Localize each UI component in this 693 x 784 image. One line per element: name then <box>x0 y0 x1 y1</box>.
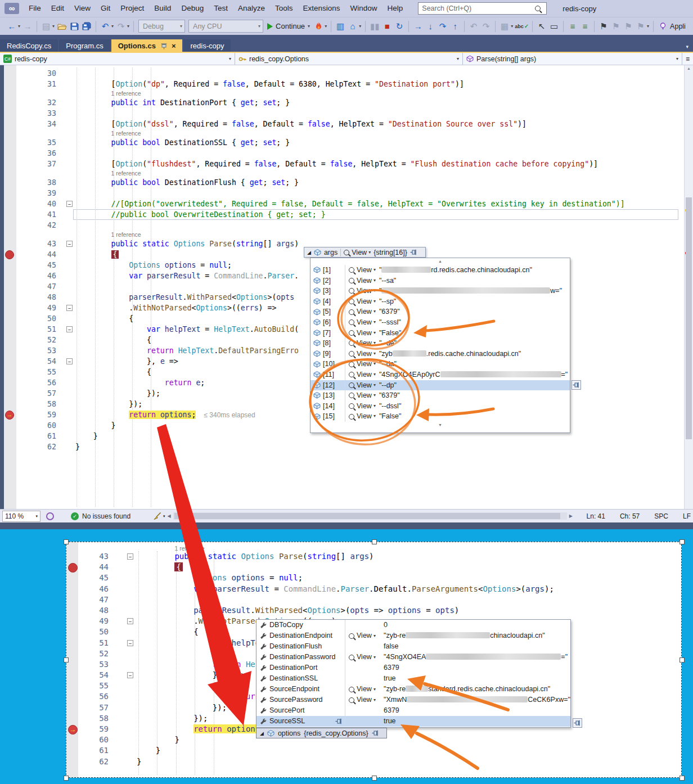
selection-handle[interactable] <box>64 657 69 663</box>
vertical-scrollbar[interactable]: ▲ <box>684 65 693 509</box>
chevron-down-icon[interactable]: ▾ <box>511 24 513 29</box>
codelens-references[interactable]: 1 reference <box>0 89 684 97</box>
solution-configurations-dropdown[interactable]: Debug▾ <box>138 20 185 33</box>
pin-row-icon[interactable] <box>572 380 581 390</box>
view-link[interactable]: View▾ <box>349 695 376 705</box>
view-link[interactable]: View▾ <box>349 630 376 641</box>
view-link[interactable]: View▾ <box>349 390 376 401</box>
step-over-icon[interactable]: ↷ <box>437 20 448 33</box>
current-statement-icon[interactable]: → <box>5 411 14 420</box>
expander-icon[interactable]: ◢ <box>307 250 311 255</box>
find-in-files-icon[interactable]: ▥ <box>335 20 346 33</box>
menu-git[interactable]: Git <box>96 0 115 17</box>
datatip-options-footer[interactable]: ◢ options {redis_copy.Options} <box>256 728 387 738</box>
split-window-icon[interactable]: ≡ <box>682 53 693 65</box>
current-statement-icon[interactable]: → <box>68 725 78 735</box>
codelens-references[interactable]: 1 reference <box>66 546 681 551</box>
menu-analyze[interactable]: Analyze <box>233 0 270 17</box>
fold-marker-icon[interactable]: − <box>127 640 133 646</box>
save-all-icon[interactable] <box>81 20 92 33</box>
args-row-4[interactable]: [4]View▾"--sp" <box>310 296 570 307</box>
new-project-icon[interactable]: ▤ <box>40 20 52 33</box>
args-row-12[interactable]: [12]View▾"--dp" <box>310 380 570 391</box>
bookmark-icon[interactable]: ⚑ <box>598 20 609 33</box>
fold-marker-icon[interactable]: − <box>66 358 73 364</box>
scroll-right-icon[interactable]: ▶ <box>569 513 573 519</box>
args-row-6[interactable]: [6]View▾"--sssl" <box>310 317 570 328</box>
selection-handle[interactable] <box>372 776 377 781</box>
view-link[interactable]: View▾ <box>349 286 376 296</box>
scrollbar-thumb[interactable] <box>174 513 560 519</box>
code-map-icon[interactable]: ▦ <box>499 20 510 33</box>
menu-help[interactable]: Help <box>382 0 408 17</box>
menu-build[interactable]: Build <box>149 0 176 17</box>
navigate-forward-icon[interactable]: → <box>22 20 33 33</box>
chevron-down-icon[interactable]: ▾ <box>359 24 361 29</box>
indent-icon[interactable]: ≡ <box>567 20 578 33</box>
caret-nav-icon[interactable]: ↖ <box>536 20 547 33</box>
view-link[interactable]: View▾ <box>349 307 376 317</box>
open-folder-icon[interactable] <box>56 20 68 33</box>
menu-project[interactable]: Project <box>115 0 149 17</box>
args-row-9[interactable]: [9]View▾"zyb.redis.cache.chinacloudapi.c… <box>310 349 570 359</box>
fold-marker-icon[interactable]: − <box>127 553 133 560</box>
args-row-8[interactable]: [8]View▾"--de" <box>310 338 570 349</box>
fold-marker-icon[interactable]: − <box>66 326 73 332</box>
options-row-destinationport[interactable]: DestinationPort6379 <box>256 663 570 673</box>
options-row-destinationendpoint[interactable]: DestinationEndpointView▾"zyb-rechinaclou… <box>256 630 570 641</box>
selection-handle[interactable] <box>680 539 685 544</box>
options-row-sourceendpoint[interactable]: SourceEndpointView▾"zyb-restandard.redis… <box>256 684 570 695</box>
codelens-references[interactable]: 1 reference <box>0 231 684 238</box>
prev-bookmark-icon[interactable]: ⚑ <box>610 20 622 33</box>
box-select-icon[interactable]: ▭ <box>548 20 560 33</box>
horizontal-scrollbar[interactable] <box>173 512 567 520</box>
args-row-13[interactable]: [13]View▾"6379" <box>310 390 570 401</box>
tab-list-dropdown-icon[interactable]: ▾ <box>686 44 688 49</box>
view-link[interactable]: View▾ <box>349 328 376 339</box>
pin-tab-icon[interactable] <box>161 42 167 49</box>
save-icon[interactable] <box>69 20 80 33</box>
restart-icon[interactable]: ↻ <box>394 20 405 33</box>
undo-icon[interactable]: ↶ <box>100 20 111 33</box>
view-link[interactable]: View▾ <box>349 265 376 276</box>
tab-options-cs[interactable]: Options.cs× <box>111 39 183 52</box>
args-row-10[interactable]: [10]View▾"--da" <box>310 359 570 370</box>
view-link[interactable]: View▾ <box>349 652 376 663</box>
view-link[interactable]: View▾ <box>349 276 376 286</box>
pin-icon[interactable] <box>372 730 379 736</box>
args-row-14[interactable]: [14]View▾"--dssl" <box>310 401 570 412</box>
menu-extensions[interactable]: Extensions <box>298 0 345 17</box>
view-link[interactable]: View▾ <box>344 249 371 256</box>
tab-program-cs[interactable]: Program.cs <box>59 39 110 52</box>
hot-reload-icon[interactable] <box>313 20 324 33</box>
selection-handle[interactable] <box>372 539 377 544</box>
fold-marker-icon[interactable]: − <box>66 201 73 207</box>
step-into-icon[interactable]: ↓ <box>425 20 436 33</box>
menu-view[interactable]: View <box>69 0 96 17</box>
code-health-icon[interactable] <box>46 512 54 520</box>
next-bookmark-icon[interactable]: ⚑ <box>623 20 634 33</box>
options-row-destinationflush[interactable]: DestinationFlushfalse <box>256 641 570 652</box>
options-row-sourcepassword[interactable]: SourcePasswordView▾"XmwNCeCK6Pxw=" <box>256 695 570 705</box>
args-row-3[interactable]: [3]View▾"w=" <box>310 286 570 296</box>
redo-icon[interactable]: ↷ <box>115 20 127 33</box>
navigate-back-icon[interactable]: ← <box>6 20 17 33</box>
selection-handle[interactable] <box>680 776 685 781</box>
project-dropdown[interactable]: C# redis-copy ▾ <box>0 53 235 65</box>
continue-button[interactable]: Continue▾ <box>267 20 310 33</box>
clear-bookmark-icon[interactable]: ⚑ <box>635 20 646 33</box>
options-row-destinationssl[interactable]: DestinationSSLtrue <box>256 673 570 684</box>
args-row-5[interactable]: [5]View▾"6379" <box>310 307 570 317</box>
codelens-references[interactable]: 1 reference <box>0 169 684 177</box>
datatip-args-header[interactable]: ◢ args View▾ {string[16]} <box>304 247 426 258</box>
tab-rediscopy-cs[interactable]: RedisCopy.cs <box>0 39 58 52</box>
scroll-down-icon[interactable]: ▼ <box>310 422 570 429</box>
expander-icon[interactable]: ◢ <box>260 731 264 736</box>
undo-nav-icon[interactable]: ↶ <box>468 20 479 33</box>
menu-tools[interactable]: Tools <box>270 0 298 17</box>
chevron-down-icon[interactable]: ▾ <box>647 24 649 29</box>
code-cleanup-button[interactable]: ▾ <box>153 512 165 520</box>
member-dropdown[interactable]: Parse(string[] args) ▾ <box>463 53 682 65</box>
codelens-references[interactable]: 1 reference <box>0 129 684 137</box>
args-row-15[interactable]: [15]View▾"False" <box>310 411 570 422</box>
